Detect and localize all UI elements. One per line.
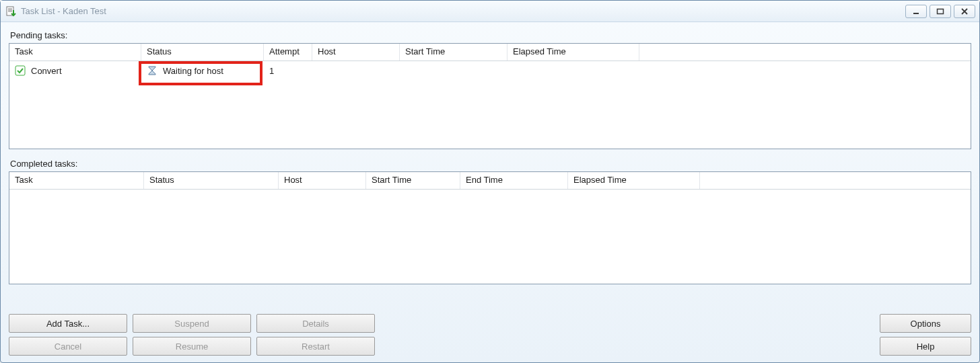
svg-rect-5 bbox=[938, 9, 944, 13]
task-convert-icon bbox=[15, 65, 26, 76]
button-grid-left: Add Task... Suspend Details Cancel Resum… bbox=[9, 314, 375, 356]
cell-status-text: Waiting for host bbox=[163, 66, 223, 76]
col-elapsed-time[interactable]: Elapsed Time bbox=[568, 172, 700, 189]
completed-header-row: Task Status Host Start Time End Time Ela… bbox=[9, 172, 971, 190]
task-list-window: Task List - Kaden Test Pending tasks: Ta… bbox=[0, 0, 980, 363]
col-task[interactable]: Task bbox=[9, 44, 141, 61]
col-spacer bbox=[700, 172, 971, 189]
cell-task: Convert bbox=[9, 64, 141, 77]
completed-tasks-label: Completed tasks: bbox=[10, 159, 971, 169]
details-button[interactable]: Details bbox=[256, 314, 375, 333]
col-attempt[interactable]: Attempt bbox=[264, 44, 312, 61]
cell-spacer bbox=[639, 69, 971, 72]
close-button[interactable] bbox=[954, 5, 975, 18]
restart-button[interactable]: Restart bbox=[256, 337, 375, 356]
cell-elapsed bbox=[508, 69, 639, 72]
window-title: Task List - Kaden Test bbox=[21, 6, 905, 16]
pending-tasks-table: Task Status Attempt Host Start Time Elap… bbox=[9, 43, 971, 149]
app-icon bbox=[6, 6, 17, 17]
cell-status: Waiting for host bbox=[141, 64, 264, 77]
resume-button[interactable]: Resume bbox=[133, 337, 251, 356]
col-start-time[interactable]: Start Time bbox=[366, 172, 460, 189]
col-end-time[interactable]: End Time bbox=[460, 172, 568, 189]
col-task[interactable]: Task bbox=[9, 172, 144, 189]
window-buttons bbox=[905, 5, 975, 18]
col-host[interactable]: Host bbox=[279, 172, 366, 189]
cancel-button[interactable]: Cancel bbox=[9, 337, 127, 356]
button-bar: Add Task... Suspend Details Cancel Resum… bbox=[9, 311, 971, 356]
table-row[interactable]: Convert Waiting for host 1 bbox=[9, 61, 971, 80]
pending-header-row: Task Status Attempt Host Start Time Elap… bbox=[9, 44, 971, 61]
hourglass-icon bbox=[147, 65, 158, 76]
help-button[interactable]: Help bbox=[880, 337, 971, 356]
svg-rect-4 bbox=[913, 13, 919, 14]
completed-tasks-table: Task Status Host Start Time End Time Ela… bbox=[9, 171, 971, 284]
col-status[interactable]: Status bbox=[141, 44, 264, 61]
maximize-button[interactable] bbox=[930, 5, 951, 18]
cell-host bbox=[312, 69, 400, 72]
col-host[interactable]: Host bbox=[312, 44, 400, 61]
pending-tasks-label: Pending tasks: bbox=[10, 30, 971, 40]
suspend-button[interactable]: Suspend bbox=[133, 314, 251, 333]
cell-task-text: Convert bbox=[31, 66, 62, 76]
col-spacer bbox=[639, 44, 971, 61]
button-grid-right: Options Help bbox=[880, 314, 971, 356]
options-button[interactable]: Options bbox=[880, 314, 971, 333]
titlebar: Task List - Kaden Test bbox=[1, 1, 979, 22]
col-elapsed-time[interactable]: Elapsed Time bbox=[508, 44, 639, 61]
col-start-time[interactable]: Start Time bbox=[400, 44, 508, 61]
minimize-button[interactable] bbox=[905, 5, 927, 18]
add-task-button[interactable]: Add Task... bbox=[9, 314, 127, 333]
col-status[interactable]: Status bbox=[144, 172, 279, 189]
svg-rect-6 bbox=[15, 66, 25, 75]
cell-start bbox=[400, 69, 508, 72]
cell-attempt: 1 bbox=[264, 65, 312, 77]
window-body: Pending tasks: Task Status Attempt Host … bbox=[1, 22, 979, 362]
